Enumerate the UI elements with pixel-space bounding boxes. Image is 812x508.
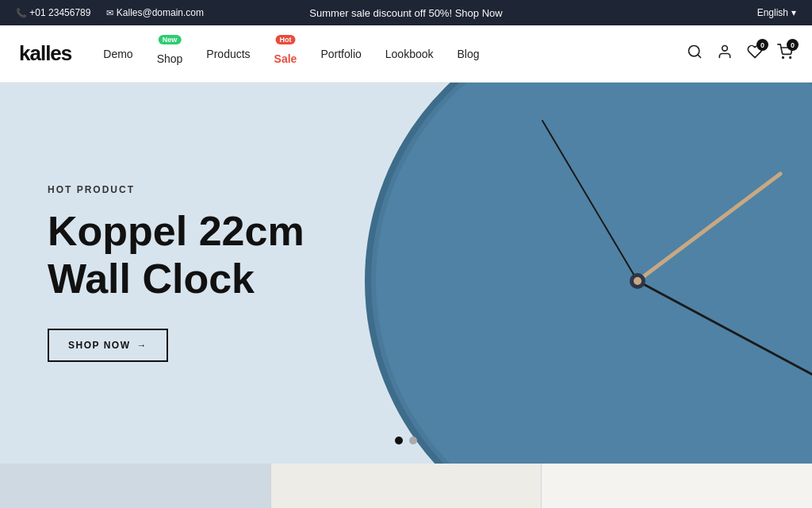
phone-number[interactable]: +01 23456789 xyxy=(16,7,90,18)
nav-item-blog[interactable]: Blog xyxy=(458,48,480,60)
header: kalles Demo New Shop Products Hot Sale P… xyxy=(0,25,812,83)
logo[interactable]: kalles xyxy=(19,41,71,66)
nav: Demo New Shop Products Hot Sale Portfoli… xyxy=(103,43,687,65)
hot-badge: Hot xyxy=(276,35,296,44)
slide-dot-2[interactable] xyxy=(409,437,417,444)
hero-content: HOT PRODUCT Koppel 22cm Wall Clock SHOP … xyxy=(0,184,352,362)
svg-line-1 xyxy=(698,55,701,58)
wishlist-icon[interactable]: 0 xyxy=(747,44,763,64)
chevron-down-icon: ▾ xyxy=(791,7,796,18)
account-icon[interactable] xyxy=(717,44,733,64)
svg-point-4 xyxy=(790,57,791,59)
language-selector[interactable]: English ▾ xyxy=(757,7,796,18)
cart-icon[interactable]: 0 xyxy=(777,44,793,64)
hero-title: Koppel 22cm Wall Clock xyxy=(48,208,304,303)
shop-now-button[interactable]: SHOP NOW → xyxy=(48,329,168,362)
nav-item-products[interactable]: Products xyxy=(206,48,250,60)
hero-subtitle: HOT PRODUCT xyxy=(48,184,304,195)
nav-item-shop[interactable]: New Shop xyxy=(157,43,183,65)
svg-point-2 xyxy=(722,46,728,52)
nav-item-portfolio[interactable]: Portfolio xyxy=(320,48,361,60)
wishlist-badge: 0 xyxy=(756,39,768,51)
card-preview-1 xyxy=(0,464,271,508)
slide-dot-1[interactable] xyxy=(395,437,403,444)
hero-image xyxy=(304,83,812,464)
phone-icon xyxy=(16,7,27,18)
cart-badge: 0 xyxy=(787,39,799,51)
header-icons: 0 0 xyxy=(687,44,793,64)
email-address[interactable]: Kalles@domain.com xyxy=(106,7,204,18)
nav-item-demo[interactable]: Demo xyxy=(103,48,132,60)
svg-point-3 xyxy=(783,57,784,59)
card-preview-2 xyxy=(271,464,542,508)
nav-item-lookbook[interactable]: Lookbook xyxy=(385,48,434,60)
svg-point-12 xyxy=(634,277,642,285)
nav-item-sale[interactable]: Hot Sale xyxy=(274,43,297,65)
slide-dots xyxy=(395,437,417,444)
card-preview-3 xyxy=(542,464,812,508)
search-icon[interactable] xyxy=(687,44,703,64)
cards-preview xyxy=(0,464,812,508)
new-badge: New xyxy=(159,35,182,44)
top-bar-left: +01 23456789 Kalles@domain.com xyxy=(16,7,204,18)
mail-icon xyxy=(106,7,113,18)
promo-banner: Summer sale discount off 50%! Shop Now xyxy=(309,7,502,19)
svg-point-6 xyxy=(376,83,812,464)
hero-section: HOT PRODUCT Koppel 22cm Wall Clock SHOP … xyxy=(0,83,812,464)
top-bar: +01 23456789 Kalles@domain.com Summer sa… xyxy=(0,0,812,25)
arrow-icon: → xyxy=(136,340,147,351)
